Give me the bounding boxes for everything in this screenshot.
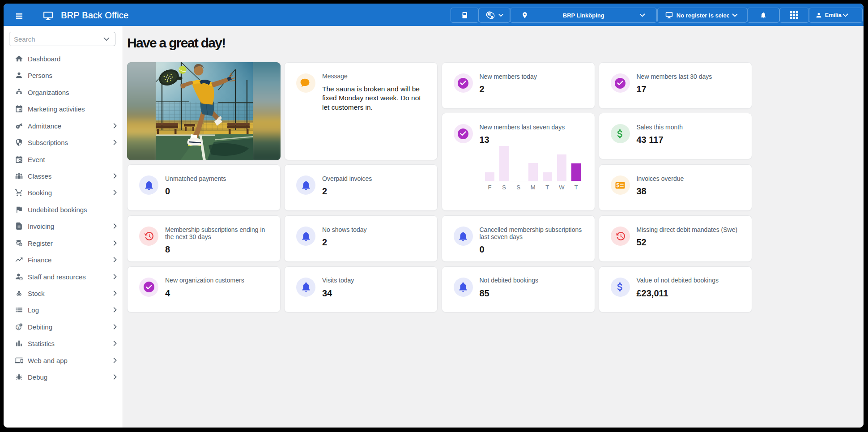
- svg-text:2: 2: [17, 325, 20, 329]
- svg-text:$: $: [617, 182, 620, 188]
